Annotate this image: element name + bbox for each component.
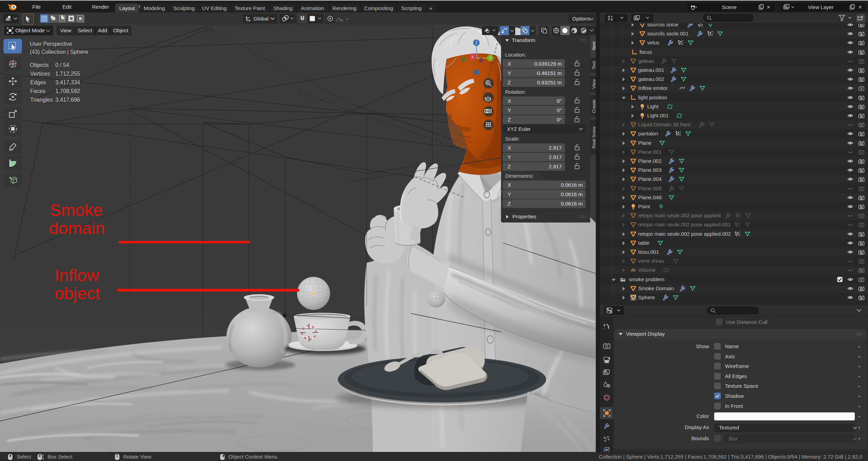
svg-text:Y: Y xyxy=(489,56,492,60)
svg-text:domain: domain xyxy=(49,219,105,237)
svg-text:Smoke: Smoke xyxy=(50,201,103,219)
svg-text:Z: Z xyxy=(475,41,478,45)
svg-text:object: object xyxy=(55,284,100,303)
svg-text:Inflow: Inflow xyxy=(55,266,100,285)
svg-text:X: X xyxy=(471,55,474,59)
